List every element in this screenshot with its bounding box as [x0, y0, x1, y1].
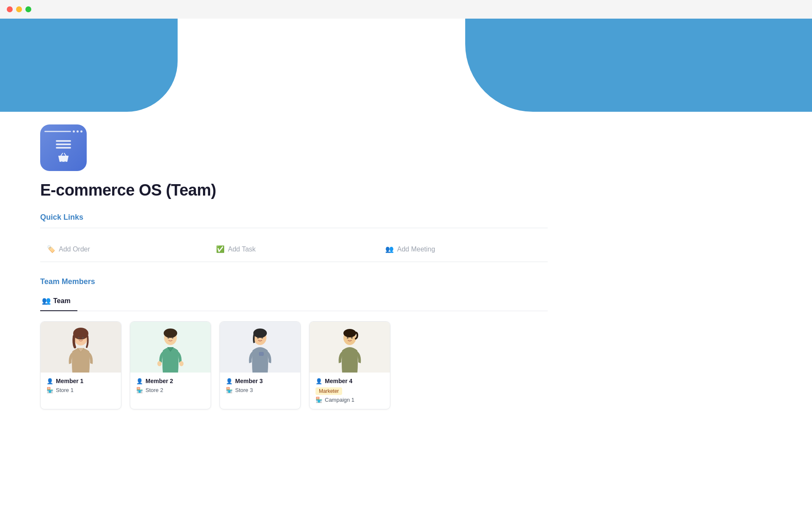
- member-4-tag: Marketer: [315, 387, 342, 395]
- app-icon-wrapper: [40, 124, 552, 171]
- quick-links-section: Quick Links 🏷️ Add Order ✅ Add Task 👥 Ad…: [40, 213, 552, 262]
- store-icon-3: 🏪: [226, 387, 233, 393]
- close-button[interactable]: [7, 6, 13, 12]
- hero-banner: [0, 19, 812, 112]
- svg-point-16: [261, 337, 263, 339]
- page-title: E-commerce OS (Team): [40, 181, 552, 199]
- member-2-store: 🏪 Store 2: [136, 387, 205, 393]
- member-4-info: 👤 Member 4 Marketer 🏪 Campaign 1: [310, 373, 390, 409]
- svg-point-10: [167, 337, 169, 339]
- member-4-avatar: [310, 322, 390, 373]
- member-1-name: 👤 Member 1: [47, 378, 115, 384]
- add-task-label: Add Task: [228, 246, 256, 253]
- team-members-section: Team Members 👥 Team: [40, 277, 552, 409]
- svg-point-0: [61, 161, 63, 162]
- basket-icon: [57, 152, 70, 163]
- member-3-info: 👤 Member 3 🏪 Store 3: [220, 373, 300, 399]
- svg-point-4: [78, 337, 80, 339]
- person-icon-1: 👤: [47, 378, 53, 384]
- member-4-figure: [333, 326, 367, 373]
- svg-point-20: [351, 337, 353, 339]
- svg-point-19: [347, 337, 348, 339]
- app-icon-dot1: [73, 130, 75, 133]
- minimize-button[interactable]: [16, 6, 22, 12]
- hero-wave-left: [0, 19, 178, 112]
- app-icon-listline1: [56, 140, 71, 142]
- main-content: E-commerce OS (Team) Quick Links 🏷️ Add …: [0, 124, 592, 409]
- hero-wave-right: [465, 19, 812, 112]
- svg-point-1: [65, 161, 66, 162]
- svg-point-5: [82, 337, 84, 339]
- tab-team[interactable]: 👥 Team: [40, 292, 77, 311]
- quick-links-bottom-divider: [40, 262, 548, 262]
- svg-point-8: [157, 361, 162, 366]
- app-icon: [40, 124, 87, 171]
- svg-point-3: [73, 328, 88, 340]
- app-icon-topbar: [44, 130, 82, 133]
- maximize-button[interactable]: [25, 6, 31, 12]
- svg-point-15: [257, 337, 259, 339]
- store-icon-4: 🏪: [315, 397, 322, 403]
- tag-icon: 🏷️: [47, 245, 55, 253]
- member-card-4[interactable]: 👤 Member 4 Marketer 🏪 Campaign 1: [309, 321, 390, 409]
- member-2-avatar: [130, 322, 211, 373]
- quick-links-row: 🏷️ Add Order ✅ Add Task 👥 Add Meeting: [40, 237, 548, 262]
- svg-point-11: [172, 337, 173, 339]
- svg-point-9: [179, 361, 184, 366]
- person-icon-3: 👤: [226, 378, 233, 384]
- member-3-name: 👤 Member 3: [226, 378, 294, 384]
- member-1-store: 🏪 Store 1: [47, 387, 115, 393]
- member-1-avatar: [41, 322, 121, 373]
- app-icon-body: [56, 140, 71, 163]
- member-3-figure: [243, 326, 277, 373]
- member-3-avatar: [220, 322, 300, 373]
- store-icon-1: 🏪: [47, 387, 53, 393]
- store-icon-2: 🏪: [136, 387, 143, 393]
- members-grid: 👤 Member 1 🏪 Store 1: [40, 321, 548, 409]
- add-order-label: Add Order: [59, 246, 90, 253]
- member-card-2[interactable]: 👤 Member 2 🏪 Store 2: [130, 321, 211, 409]
- team-tab-row: 👥 Team: [40, 292, 548, 311]
- app-icon-lines: [56, 140, 71, 149]
- member-2-info: 👤 Member 2 🏪 Store 2: [130, 373, 211, 399]
- add-order-link[interactable]: 🏷️ Add Order: [40, 242, 209, 257]
- add-meeting-label: Add Meeting: [397, 246, 435, 253]
- member-card-3[interactable]: 👤 Member 3 🏪 Store 3: [219, 321, 301, 409]
- member-1-figure: [64, 326, 98, 373]
- svg-rect-14: [259, 352, 263, 356]
- app-icon-listline3: [56, 147, 71, 149]
- add-task-link[interactable]: ✅ Add Task: [209, 242, 379, 257]
- app-icon-listline2: [56, 144, 71, 145]
- app-icon-line1: [44, 131, 71, 132]
- member-3-store: 🏪 Store 3: [226, 387, 294, 393]
- app-icon-dot2: [77, 130, 79, 133]
- titlebar: [0, 0, 812, 19]
- member-card-1[interactable]: 👤 Member 1 🏪 Store 1: [40, 321, 121, 409]
- people-icon: 👥: [385, 245, 394, 253]
- team-tab-label: Team: [53, 297, 71, 305]
- quick-links-title: Quick Links: [40, 213, 552, 222]
- quick-links-top-divider: [40, 228, 548, 228]
- team-tab-icon: 👥: [42, 296, 51, 305]
- team-members-title: Team Members: [40, 277, 552, 286]
- person-icon-2: 👤: [136, 378, 143, 384]
- check-icon: ✅: [216, 245, 225, 253]
- add-meeting-link[interactable]: 👥 Add Meeting: [379, 242, 548, 257]
- svg-point-7: [164, 329, 177, 338]
- app-icon-dot3: [80, 130, 82, 133]
- svg-point-13: [253, 329, 267, 338]
- person-icon-4: 👤: [315, 378, 322, 384]
- member-2-name: 👤 Member 2: [136, 378, 205, 384]
- member-4-name: 👤 Member 4: [315, 378, 384, 384]
- member-4-store: 🏪 Campaign 1: [315, 397, 384, 403]
- member-2-figure: [154, 326, 187, 373]
- member-1-info: 👤 Member 1 🏪 Store 1: [41, 373, 121, 399]
